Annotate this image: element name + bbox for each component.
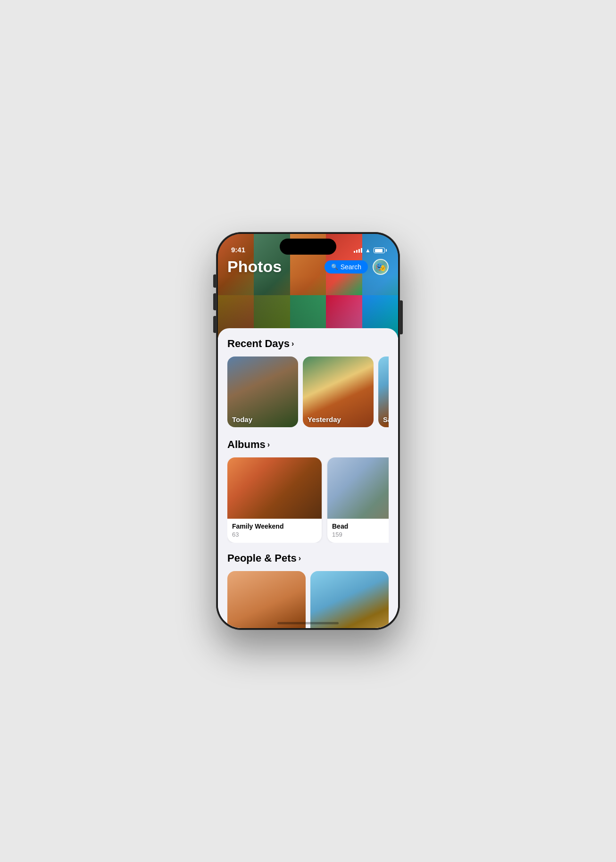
people-pets-header[interactable]: People & Pets › xyxy=(227,552,389,564)
recent-days-title: Recent Days xyxy=(227,338,290,350)
phone-screen: 9:41 ▲ xyxy=(218,234,398,628)
person-card-group[interactable]: 👥 xyxy=(227,571,306,628)
albums-header[interactable]: Albums › xyxy=(227,439,389,451)
album-info-family-weekend: Family Weekend 63 xyxy=(227,519,322,543)
day-label-yesterday: Yesterday xyxy=(308,415,341,423)
phone-frame: 9:41 ▲ xyxy=(216,232,400,630)
signal-icon xyxy=(354,248,362,253)
recent-days-scroll[interactable]: Today Yesterday Saturday xyxy=(227,356,389,429)
person-group-bg: 👥 xyxy=(227,571,306,628)
people-pets-chevron: › xyxy=(299,554,301,563)
recent-days-section: Recent Days › Today Yesterday xyxy=(218,328,398,429)
day-card-saturday[interactable]: Saturday xyxy=(378,356,389,427)
recent-days-header[interactable]: Recent Days › xyxy=(227,338,389,350)
albums-scroll[interactable]: Family Weekend 63 Bead 159 xyxy=(227,457,389,543)
album-card-bead[interactable]: Bead 159 xyxy=(327,457,389,543)
volume-down-button[interactable] xyxy=(213,316,216,333)
avatar-button[interactable]: 🎭 xyxy=(373,259,389,275)
dynamic-island xyxy=(280,239,336,255)
albums-title: Albums xyxy=(227,439,266,451)
volume-up-button[interactable] xyxy=(213,293,216,310)
day-label-saturday: Saturday xyxy=(383,415,389,423)
album-card-family-weekend[interactable]: Family Weekend 63 xyxy=(227,457,322,543)
silent-button[interactable] xyxy=(213,274,216,288)
person-card-amit[interactable]: Amit xyxy=(310,571,389,628)
wifi-icon: ▲ xyxy=(365,247,371,254)
album-count-family-weekend: 63 xyxy=(232,531,317,538)
search-button[interactable]: 🔍 Search xyxy=(325,260,368,274)
battery-icon xyxy=(374,248,385,253)
people-pets-title: People & Pets xyxy=(227,552,297,564)
album-thumb-bead xyxy=(327,457,389,519)
album-count-bead: 159 xyxy=(332,531,389,538)
header-actions: 🔍 Search 🎭 xyxy=(325,259,389,275)
search-icon: 🔍 xyxy=(331,264,338,270)
album-name-family-weekend: Family Weekend xyxy=(232,522,317,530)
album-name-bead: Bead xyxy=(332,522,389,530)
status-icons: ▲ xyxy=(354,247,385,254)
app-title: Photos xyxy=(227,257,282,276)
day-label-today: Today xyxy=(232,415,252,423)
power-button[interactable] xyxy=(400,300,403,334)
album-info-bead: Bead 159 xyxy=(327,519,389,543)
albums-section: Albums › Family Weekend 63 xyxy=(218,429,398,543)
avatar-image: 🎭 xyxy=(375,262,386,272)
albums-chevron: › xyxy=(267,440,270,449)
day-card-today[interactable]: Today xyxy=(227,356,298,427)
home-indicator xyxy=(277,622,339,624)
day-card-yesterday[interactable]: Yesterday xyxy=(303,356,374,427)
screen-scroll[interactable]: 9:41 ▲ xyxy=(218,234,398,628)
person-amit-bg xyxy=(310,571,389,628)
status-time: 9:41 xyxy=(231,246,245,254)
main-content: Recent Days › Today Yesterday xyxy=(218,328,398,628)
people-pets-section: People & Pets › 👥 Amit xyxy=(218,543,398,628)
search-label: Search xyxy=(341,263,361,271)
people-grid: 👥 Amit Maya xyxy=(227,571,389,628)
album-thumb-family-weekend xyxy=(227,457,322,519)
app-header: Photos 🔍 Search 🎭 xyxy=(218,257,398,276)
recent-days-chevron: › xyxy=(291,340,294,348)
